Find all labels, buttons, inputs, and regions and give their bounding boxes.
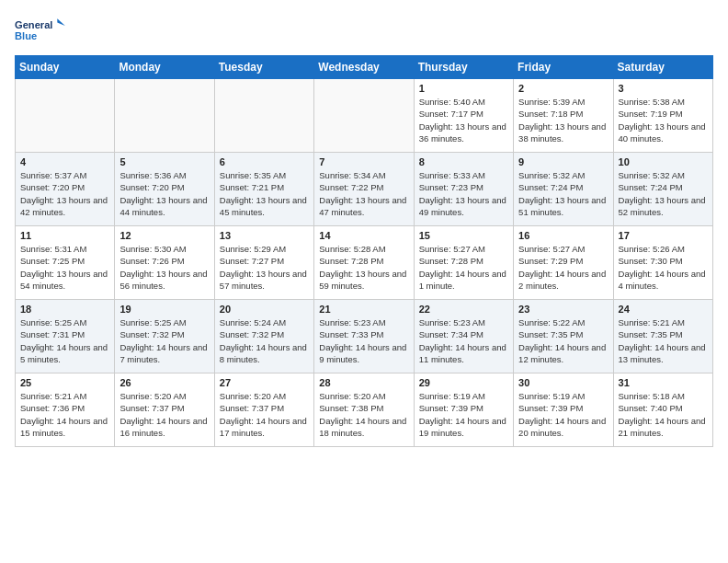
- calendar-cell: 21Sunrise: 5:23 AMSunset: 7:33 PMDayligh…: [314, 300, 414, 373]
- day-number: 13: [220, 230, 309, 241]
- weekday-header: Tuesday: [214, 56, 313, 79]
- calendar-cell: 6Sunrise: 5:35 AMSunset: 7:21 PMDaylight…: [214, 153, 313, 226]
- calendar-cell: 1Sunrise: 5:40 AMSunset: 7:17 PMDaylight…: [414, 79, 513, 153]
- day-detail: Sunrise: 5:27 AMSunset: 7:28 PMDaylight:…: [419, 243, 508, 292]
- logo-svg: General Blue: [15, 15, 70, 48]
- calendar-cell: 31Sunrise: 5:18 AMSunset: 7:40 PMDayligh…: [613, 373, 712, 447]
- calendar-cell: 13Sunrise: 5:29 AMSunset: 7:27 PMDayligh…: [214, 226, 313, 300]
- day-number: 27: [220, 377, 309, 388]
- weekday-header: Wednesday: [314, 56, 414, 79]
- svg-text:General: General: [15, 19, 52, 30]
- calendar-cell: 20Sunrise: 5:24 AMSunset: 7:32 PMDayligh…: [214, 300, 313, 373]
- weekday-header-row: SundayMondayTuesdayWednesdayThursdayFrid…: [16, 56, 713, 79]
- day-detail: Sunrise: 5:21 AMSunset: 7:36 PMDaylight:…: [20, 390, 109, 439]
- page-header: General Blue: [15, 15, 713, 48]
- day-number: 10: [619, 156, 708, 167]
- calendar-cell: 7Sunrise: 5:34 AMSunset: 7:22 PMDaylight…: [314, 153, 414, 226]
- day-detail: Sunrise: 5:19 AMSunset: 7:39 PMDaylight:…: [419, 390, 508, 439]
- day-number: 11: [20, 230, 109, 241]
- calendar-cell: 29Sunrise: 5:19 AMSunset: 7:39 PMDayligh…: [414, 373, 513, 447]
- day-detail: Sunrise: 5:27 AMSunset: 7:29 PMDaylight:…: [518, 243, 608, 292]
- calendar-cell: 14Sunrise: 5:28 AMSunset: 7:28 PMDayligh…: [314, 226, 414, 300]
- day-number: 9: [518, 156, 608, 167]
- day-detail: Sunrise: 5:31 AMSunset: 7:25 PMDaylight:…: [20, 243, 109, 292]
- day-detail: Sunrise: 5:32 AMSunset: 7:24 PMDaylight:…: [518, 169, 608, 218]
- calendar-cell: 22Sunrise: 5:23 AMSunset: 7:34 PMDayligh…: [414, 300, 513, 373]
- day-number: 30: [518, 377, 608, 388]
- weekday-header: Saturday: [613, 56, 712, 79]
- calendar-cell: 4Sunrise: 5:37 AMSunset: 7:20 PMDaylight…: [16, 153, 115, 226]
- day-detail: Sunrise: 5:36 AMSunset: 7:20 PMDaylight:…: [119, 169, 209, 218]
- day-number: 29: [419, 377, 508, 388]
- day-number: 18: [20, 304, 109, 315]
- day-number: 20: [220, 304, 309, 315]
- day-detail: Sunrise: 5:32 AMSunset: 7:24 PMDaylight:…: [619, 169, 708, 218]
- day-detail: Sunrise: 5:34 AMSunset: 7:22 PMDaylight:…: [319, 169, 408, 218]
- calendar-cell: 17Sunrise: 5:26 AMSunset: 7:30 PMDayligh…: [613, 226, 712, 300]
- day-number: 6: [220, 156, 309, 167]
- logo: General Blue: [15, 15, 70, 48]
- weekday-header: Friday: [514, 56, 613, 79]
- day-number: 31: [619, 377, 708, 388]
- day-number: 7: [319, 156, 408, 167]
- day-number: 16: [518, 230, 608, 241]
- calendar-cell: [214, 79, 313, 153]
- day-number: 25: [20, 377, 109, 388]
- day-number: 26: [119, 377, 209, 388]
- calendar-cell: 10Sunrise: 5:32 AMSunset: 7:24 PMDayligh…: [613, 153, 712, 226]
- day-number: 21: [319, 304, 408, 315]
- svg-marker-2: [57, 18, 65, 26]
- calendar-cell: 11Sunrise: 5:31 AMSunset: 7:25 PMDayligh…: [16, 226, 115, 300]
- day-number: 24: [619, 304, 708, 315]
- day-detail: Sunrise: 5:23 AMSunset: 7:34 PMDaylight:…: [419, 316, 508, 365]
- day-number: 12: [119, 230, 209, 241]
- day-detail: Sunrise: 5:20 AMSunset: 7:37 PMDaylight:…: [119, 390, 209, 439]
- day-detail: Sunrise: 5:38 AMSunset: 7:19 PMDaylight:…: [619, 96, 708, 144]
- day-detail: Sunrise: 5:39 AMSunset: 7:18 PMDaylight:…: [518, 96, 608, 144]
- calendar-week-row: 1Sunrise: 5:40 AMSunset: 7:17 PMDaylight…: [16, 79, 713, 153]
- calendar-cell: 12Sunrise: 5:30 AMSunset: 7:26 PMDayligh…: [115, 226, 214, 300]
- day-detail: Sunrise: 5:28 AMSunset: 7:28 PMDaylight:…: [319, 243, 408, 292]
- calendar-cell: 25Sunrise: 5:21 AMSunset: 7:36 PMDayligh…: [16, 373, 115, 447]
- day-number: 22: [419, 304, 508, 315]
- calendar-cell: 16Sunrise: 5:27 AMSunset: 7:29 PMDayligh…: [514, 226, 613, 300]
- day-detail: Sunrise: 5:22 AMSunset: 7:35 PMDaylight:…: [518, 316, 608, 365]
- calendar-cell: 15Sunrise: 5:27 AMSunset: 7:28 PMDayligh…: [414, 226, 513, 300]
- day-detail: Sunrise: 5:19 AMSunset: 7:39 PMDaylight:…: [518, 390, 608, 439]
- day-detail: Sunrise: 5:25 AMSunset: 7:31 PMDaylight:…: [20, 316, 109, 365]
- day-detail: Sunrise: 5:30 AMSunset: 7:26 PMDaylight:…: [119, 243, 209, 292]
- calendar-cell: 30Sunrise: 5:19 AMSunset: 7:39 PMDayligh…: [514, 373, 613, 447]
- day-number: 17: [619, 230, 708, 241]
- day-detail: Sunrise: 5:40 AMSunset: 7:17 PMDaylight:…: [419, 96, 508, 144]
- calendar-cell: [115, 79, 214, 153]
- day-number: 3: [619, 83, 708, 94]
- day-detail: Sunrise: 5:35 AMSunset: 7:21 PMDaylight:…: [220, 169, 309, 218]
- day-number: 4: [20, 156, 109, 167]
- calendar-week-row: 11Sunrise: 5:31 AMSunset: 7:25 PMDayligh…: [16, 226, 713, 300]
- calendar-cell: 18Sunrise: 5:25 AMSunset: 7:31 PMDayligh…: [16, 300, 115, 373]
- day-detail: Sunrise: 5:18 AMSunset: 7:40 PMDaylight:…: [619, 390, 708, 439]
- day-number: 23: [518, 304, 608, 315]
- calendar-cell: 27Sunrise: 5:20 AMSunset: 7:37 PMDayligh…: [214, 373, 313, 447]
- calendar-cell: [16, 79, 115, 153]
- weekday-header: Sunday: [16, 56, 115, 79]
- calendar-cell: 3Sunrise: 5:38 AMSunset: 7:19 PMDaylight…: [613, 79, 712, 153]
- day-detail: Sunrise: 5:37 AMSunset: 7:20 PMDaylight:…: [20, 169, 109, 218]
- calendar-week-row: 18Sunrise: 5:25 AMSunset: 7:31 PMDayligh…: [16, 300, 713, 373]
- day-number: 28: [319, 377, 408, 388]
- calendar-cell: 2Sunrise: 5:39 AMSunset: 7:18 PMDaylight…: [514, 79, 613, 153]
- calendar-cell: 28Sunrise: 5:20 AMSunset: 7:38 PMDayligh…: [314, 373, 414, 447]
- calendar-cell: 19Sunrise: 5:25 AMSunset: 7:32 PMDayligh…: [115, 300, 214, 373]
- day-number: 1: [419, 83, 508, 94]
- calendar-week-row: 4Sunrise: 5:37 AMSunset: 7:20 PMDaylight…: [16, 153, 713, 226]
- day-detail: Sunrise: 5:29 AMSunset: 7:27 PMDaylight:…: [220, 243, 309, 292]
- day-detail: Sunrise: 5:20 AMSunset: 7:38 PMDaylight:…: [319, 390, 408, 439]
- day-detail: Sunrise: 5:25 AMSunset: 7:32 PMDaylight:…: [119, 316, 209, 365]
- day-number: 19: [119, 304, 209, 315]
- day-detail: Sunrise: 5:21 AMSunset: 7:35 PMDaylight:…: [619, 316, 708, 365]
- calendar-cell: [314, 79, 414, 153]
- calendar-cell: 23Sunrise: 5:22 AMSunset: 7:35 PMDayligh…: [514, 300, 613, 373]
- day-number: 15: [419, 230, 508, 241]
- calendar-cell: 5Sunrise: 5:36 AMSunset: 7:20 PMDaylight…: [115, 153, 214, 226]
- calendar-cell: 26Sunrise: 5:20 AMSunset: 7:37 PMDayligh…: [115, 373, 214, 447]
